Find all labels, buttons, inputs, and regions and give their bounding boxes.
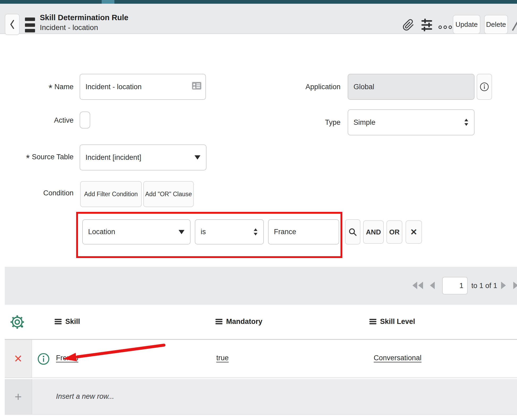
required-marker: * (26, 153, 30, 164)
browser-topbar (0, 0, 517, 4)
last-page-icon[interactable] (513, 281, 517, 290)
active-label: Active (5, 116, 74, 125)
plus-icon[interactable]: + (15, 389, 22, 404)
condition-delete-button[interactable]: ✕ (406, 220, 422, 244)
add-filter-condition-button[interactable]: Add Filter Condition (80, 181, 142, 207)
condition-field-select[interactable]: Location (82, 219, 191, 245)
row-info-icon[interactable] (37, 353, 50, 365)
chevron-down-icon (194, 155, 201, 160)
back-button[interactable] (5, 14, 20, 35)
condition-and-button[interactable]: AND (363, 220, 384, 244)
previous-page-icon[interactable] (429, 281, 435, 290)
active-checkbox[interactable] (80, 112, 90, 128)
application-label: Application (272, 83, 341, 91)
gear-icon[interactable] (10, 315, 24, 329)
pagination-range-text: to 1 of 1 (471, 282, 497, 290)
column-header-mandatory[interactable]: Mandatory (216, 318, 262, 326)
column-header-skill[interactable]: Skill (55, 318, 80, 326)
row-controls-cell: ✕ (5, 340, 32, 378)
insert-row-label[interactable]: Insert a new row... (56, 392, 114, 401)
search-icon (348, 228, 357, 237)
condition-operator-select[interactable]: is (195, 219, 264, 245)
edge-partial-icon (512, 20, 517, 31)
next-page-icon[interactable] (501, 281, 507, 290)
chevron-down-icon (178, 230, 185, 234)
delete-button[interactable]: Delete (484, 15, 508, 34)
skill-level-cell-link[interactable]: Conversational (374, 354, 421, 362)
add-or-clause-button[interactable]: Add "OR" Clause (143, 181, 194, 207)
insert-row[interactable]: + Insert a new row... (5, 379, 517, 415)
first-page-icon[interactable] (411, 281, 424, 290)
row-delete-button[interactable]: ✕ (14, 353, 23, 365)
paperclip-icon[interactable] (402, 15, 415, 35)
source-table-label: *Source Table (5, 153, 74, 164)
page-title: Skill Determination Rule (40, 13, 128, 22)
required-marker: * (49, 83, 52, 94)
topbar-segment (102, 0, 114, 4)
type-label: Type (272, 118, 341, 127)
form-context-menu-icon[interactable] (25, 18, 35, 32)
more-options-icon[interactable] (438, 25, 452, 29)
page-number-input[interactable] (442, 277, 468, 294)
info-icon (480, 82, 489, 92)
list-bars-icon (55, 319, 62, 324)
annotation-arrow (53, 341, 170, 364)
mandatory-cell-link[interactable]: true (216, 354, 229, 362)
application-field: Global (348, 74, 475, 100)
form-header: Skill Determination Rule Incident - loca… (0, 4, 517, 34)
name-label: *Name (5, 83, 74, 94)
list-bars-icon (369, 319, 376, 324)
title-block: Skill Determination Rule Incident - loca… (40, 13, 128, 32)
contact-card-icon (192, 81, 202, 90)
skills-table-header: Skill Mandatory Skill Level (5, 305, 517, 340)
insert-row-controls-cell: + (5, 379, 32, 414)
update-button[interactable]: Update (453, 15, 480, 34)
column-header-skill-level[interactable]: Skill Level (369, 318, 415, 326)
name-input[interactable] (80, 74, 206, 100)
source-table-select[interactable]: Incident [incident] (80, 144, 206, 170)
application-info-button[interactable] (477, 74, 492, 100)
condition-label: Condition (5, 189, 74, 197)
condition-or-button[interactable]: OR (386, 220, 402, 244)
chevron-left-icon (9, 19, 15, 30)
list-bars-icon (216, 319, 222, 324)
condition-search-button[interactable] (345, 219, 360, 245)
spinner-arrows-icon (464, 118, 469, 126)
skill-determination-rule-page: Skill Determination Rule Incident - loca… (0, 0, 517, 420)
skills-section-header: Skills to 1 of 1 (5, 267, 517, 305)
page-subtitle: Incident - location (40, 23, 128, 32)
spinner-arrows-icon (253, 228, 258, 236)
sliders-icon[interactable] (420, 18, 434, 32)
type-select[interactable]: Simple (348, 109, 475, 135)
condition-value-input[interactable] (268, 219, 339, 245)
